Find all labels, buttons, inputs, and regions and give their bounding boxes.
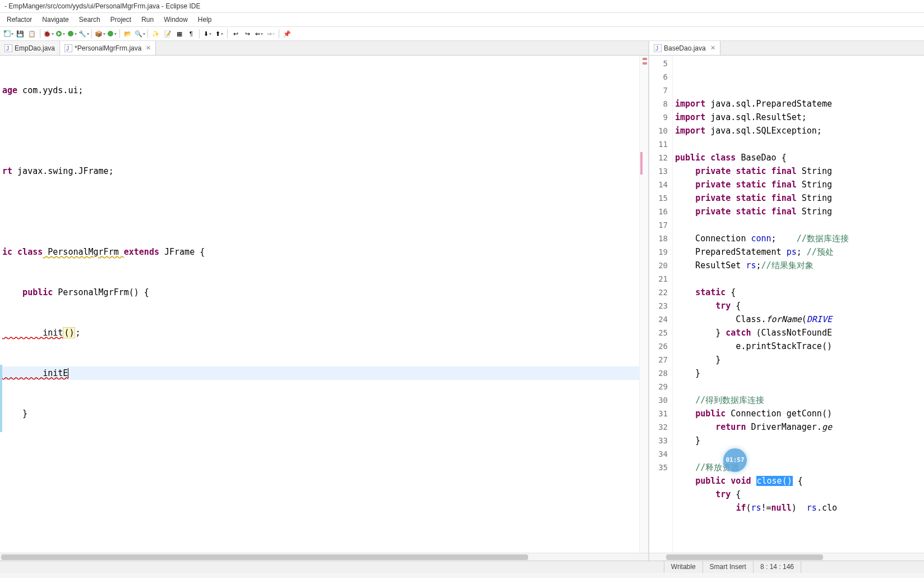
line-number[interactable]: 25: [649, 326, 668, 340]
toolbar-separator: [40, 29, 40, 38]
line-number[interactable]: 29: [649, 380, 668, 393]
new-button[interactable]: [3, 29, 13, 39]
scrollbar-thumb[interactable]: [1, 554, 528, 560]
run-button[interactable]: [55, 29, 65, 39]
error-marker[interactable]: [643, 62, 647, 65]
left-code-area[interactable]: age com.yyds.ui; rt javax.swing.JFrame; …: [0, 56, 639, 553]
tab-personalmgrfrm[interactable]: J *PersonalMgrFrm.java ✕: [60, 41, 156, 55]
left-overview-ruler[interactable]: [639, 56, 648, 553]
menu-window[interactable]: Window: [159, 14, 192, 25]
back-sub-button[interactable]: ↪: [242, 29, 252, 39]
line-number[interactable]: 5: [649, 57, 668, 70]
line-number[interactable]: 16: [649, 205, 668, 218]
svg-point-5: [108, 31, 113, 36]
open-type-button[interactable]: 📂: [123, 29, 133, 39]
menu-navigate[interactable]: Navigate: [38, 14, 73, 25]
new-package-button[interactable]: 📦: [95, 29, 105, 39]
menu-refactor[interactable]: Refactor: [2, 14, 36, 25]
line-number[interactable]: 20: [649, 259, 668, 272]
code-token: java.sql.ResultSet;: [705, 112, 807, 122]
pin-button[interactable]: 📌: [282, 29, 292, 39]
menu-help[interactable]: Help: [193, 14, 216, 25]
coverage-button[interactable]: [67, 29, 77, 39]
line-number[interactable]: 7: [649, 84, 668, 97]
code-token: [675, 462, 695, 473]
right-h-scrollbar[interactable]: [649, 553, 924, 561]
code-line: import java.sql.PreparedStateme: [673, 97, 924, 111]
line-number[interactable]: 22: [649, 286, 668, 299]
line-number[interactable]: 23: [649, 299, 668, 313]
status-writable[interactable]: Writable: [664, 561, 703, 573]
line-number[interactable]: 19: [649, 245, 668, 259]
tab-empdao[interactable]: J EmpDao.java: [0, 41, 60, 55]
block-select-button[interactable]: ▦: [174, 29, 184, 39]
code-line: import java.sql.SQLException;: [673, 124, 924, 137]
close-icon[interactable]: ✕: [146, 44, 151, 52]
video-timestamp-badge: 01:57: [723, 448, 747, 472]
line-number[interactable]: 33: [649, 434, 668, 447]
wand-button[interactable]: ✨: [151, 29, 161, 39]
line-number[interactable]: 35: [649, 461, 668, 474]
line-number[interactable]: 14: [649, 178, 668, 191]
right-gutter[interactable]: 5678910111213141516171819202122232425262…: [649, 56, 673, 553]
search-button[interactable]: 🔍: [135, 29, 145, 39]
code-token: ge: [822, 422, 832, 432]
line-number[interactable]: 31: [649, 407, 668, 420]
scrollbar-thumb[interactable]: [666, 554, 823, 560]
line-number[interactable]: 28: [649, 366, 668, 380]
last-edit-button[interactable]: ↩: [230, 29, 241, 39]
code-token: rs: [751, 503, 761, 513]
right-tab-bar: J BaseDao.java ✕: [649, 41, 924, 56]
close-icon[interactable]: ✕: [710, 44, 715, 52]
menu-project[interactable]: Project: [106, 14, 136, 25]
line-number[interactable]: 27: [649, 353, 668, 366]
toolbar-separator: [91, 29, 92, 38]
line-number[interactable]: 8: [649, 97, 668, 111]
right-code-area[interactable]: 01:57 import java.sql.PreparedStatemeimp…: [673, 56, 924, 553]
status-insert-mode[interactable]: Smart Insert: [703, 561, 753, 573]
line-number[interactable]: 34: [649, 447, 668, 461]
annotation-prev-button[interactable]: ⬆: [214, 29, 224, 39]
code-token: import: [675, 112, 705, 122]
code-token: [675, 489, 715, 499]
code-text: PersonalMgrFrm: [43, 247, 124, 257]
debug-button[interactable]: 🐞: [43, 29, 53, 39]
code-token: ps: [787, 247, 797, 257]
line-number[interactable]: 32: [649, 420, 668, 434]
annotation-next-button[interactable]: ⬇: [202, 29, 212, 39]
line-number[interactable]: 10: [649, 124, 668, 137]
show-whitespace-button[interactable]: ¶: [186, 29, 196, 39]
save-button[interactable]: 💾: [15, 29, 25, 39]
line-number[interactable]: 15: [649, 191, 668, 205]
line-number[interactable]: 17: [649, 218, 668, 232]
code-token: public: [695, 476, 726, 486]
code-token: ;: [756, 260, 761, 270]
forward-button[interactable]: ⇒: [266, 29, 276, 39]
code-line: [673, 218, 924, 232]
line-number[interactable]: 24: [649, 313, 668, 326]
line-number[interactable]: 9: [649, 111, 668, 124]
save-all-button[interactable]: 📋: [27, 29, 37, 39]
menu-search[interactable]: Search: [75, 14, 105, 25]
menu-run[interactable]: Run: [137, 14, 158, 25]
toggle-comment-button[interactable]: 📝: [163, 29, 173, 39]
line-number[interactable]: 18: [649, 232, 668, 245]
line-number[interactable]: 13: [649, 164, 668, 178]
run-last-button[interactable]: 🔧: [78, 29, 89, 39]
line-number[interactable]: 12: [649, 151, 668, 164]
code-token: String: [797, 193, 832, 203]
new-class-button[interactable]: [107, 29, 117, 39]
toolbar-separator: [119, 29, 120, 38]
left-h-scrollbar[interactable]: [0, 553, 648, 561]
tab-basedao[interactable]: J BaseDao.java ✕: [649, 41, 720, 55]
error-marker[interactable]: [643, 58, 647, 60]
line-number[interactable]: 6: [649, 70, 668, 84]
code-line: //得到数据库连接: [673, 393, 924, 407]
code-line: try {: [673, 488, 924, 501]
code-token: catch: [726, 328, 751, 338]
line-number[interactable]: 11: [649, 137, 668, 151]
line-number[interactable]: 26: [649, 340, 668, 353]
line-number[interactable]: 30: [649, 393, 668, 407]
line-number[interactable]: 21: [649, 272, 668, 286]
back-button[interactable]: ⇐: [254, 29, 264, 39]
